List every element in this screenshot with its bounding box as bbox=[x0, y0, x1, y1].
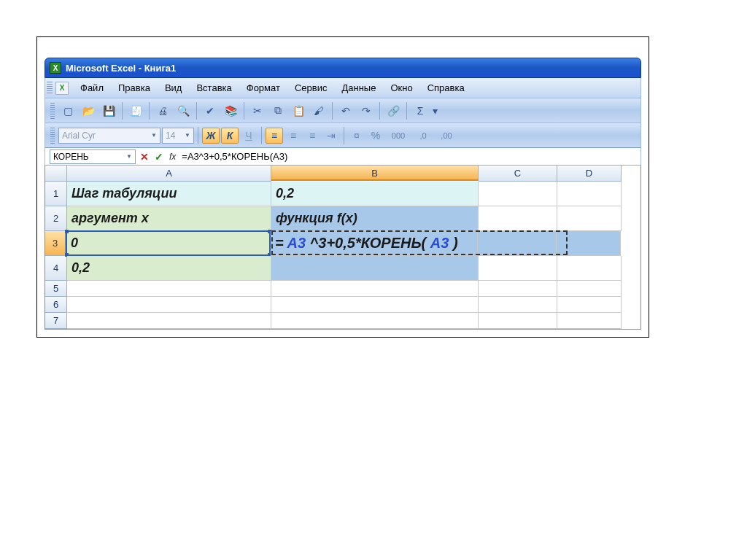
cell-c2[interactable] bbox=[479, 206, 557, 231]
cell-b1[interactable]: 0,2 bbox=[271, 182, 479, 206]
spreadsheet: A B C D 1 Шаг табуляции 0,2 2 аргумент x… bbox=[44, 166, 641, 330]
menu-view[interactable]: Вид bbox=[158, 80, 190, 96]
chevron-down-icon: ▼ bbox=[185, 132, 190, 139]
autosum-button[interactable]: Σ bbox=[411, 101, 430, 120]
currency-button[interactable]: ¤ bbox=[348, 128, 365, 144]
font-size-value: 14 bbox=[166, 131, 175, 141]
row-head-7[interactable]: 7 bbox=[45, 313, 67, 329]
menu-edit[interactable]: Правка bbox=[111, 80, 158, 96]
align-right-button[interactable]: ≡ bbox=[303, 128, 321, 144]
formula-bar: КОРЕНЬ ▼ ✕ ✓ fx bbox=[44, 148, 641, 166]
cell-c7[interactable] bbox=[479, 313, 557, 329]
cell-a2[interactable]: аргумент x bbox=[67, 206, 271, 231]
cell-a6[interactable] bbox=[67, 297, 271, 313]
separator bbox=[379, 102, 380, 120]
row-head-4[interactable]: 4 bbox=[45, 256, 67, 281]
col-head-b[interactable]: B bbox=[271, 166, 479, 181]
align-left-button[interactable]: ≡ bbox=[266, 128, 283, 144]
align-center-button[interactable]: ≡ bbox=[285, 128, 302, 144]
permission-button[interactable]: 🧾 bbox=[126, 101, 145, 120]
cell-d1[interactable] bbox=[557, 182, 622, 206]
menu-window[interactable]: Окно bbox=[383, 80, 419, 96]
window-title: Microsoft Excel - Книга1 bbox=[66, 63, 176, 74]
cell-b2[interactable]: функция f(x) bbox=[271, 206, 479, 231]
print-button[interactable]: 🖨 bbox=[153, 101, 172, 120]
fx-icon[interactable]: fx bbox=[166, 152, 179, 162]
cell-d7[interactable] bbox=[557, 313, 622, 329]
row-head-6[interactable]: 6 bbox=[45, 297, 67, 313]
menu-file[interactable]: Файл bbox=[73, 80, 111, 96]
print-preview-button[interactable]: 🔍 bbox=[174, 101, 193, 120]
chevron-down-icon: ▼ bbox=[126, 153, 132, 160]
editing-cell-border bbox=[271, 230, 568, 255]
workbook-icon[interactable]: X bbox=[55, 82, 69, 95]
grip-icon bbox=[47, 82, 53, 95]
underline-button[interactable]: Ч bbox=[240, 128, 258, 144]
cell-c5[interactable] bbox=[479, 281, 557, 297]
cut-button[interactable]: ✂ bbox=[248, 101, 267, 120]
cell-b7[interactable] bbox=[271, 313, 479, 329]
new-button[interactable]: ▢ bbox=[58, 101, 77, 120]
save-button[interactable]: 💾 bbox=[99, 101, 118, 120]
font-name-value: Arial Cyr bbox=[62, 131, 96, 141]
select-all-corner[interactable] bbox=[45, 166, 67, 182]
separator bbox=[261, 127, 262, 144]
cell-d4[interactable] bbox=[557, 256, 622, 281]
menu-format[interactable]: Формат bbox=[239, 80, 287, 96]
italic-button[interactable]: К bbox=[221, 128, 239, 144]
bold-button[interactable]: Ж bbox=[202, 128, 220, 144]
menu-help[interactable]: Справка bbox=[420, 80, 472, 96]
formula-input[interactable] bbox=[179, 149, 640, 164]
menu-data[interactable]: Данные bbox=[334, 80, 383, 96]
cell-a3[interactable]: 0 bbox=[66, 231, 271, 256]
menu-insert[interactable]: Вставка bbox=[189, 80, 239, 96]
grip-icon bbox=[50, 103, 55, 119]
redo-button[interactable]: ↷ bbox=[357, 101, 376, 120]
cell-b5[interactable] bbox=[271, 281, 479, 297]
copy-button[interactable]: ⧉ bbox=[268, 101, 287, 120]
font-name-combo[interactable]: Arial Cyr ▼ bbox=[58, 128, 160, 144]
cell-b4[interactable] bbox=[271, 256, 479, 281]
col-head-a[interactable]: A bbox=[67, 166, 271, 182]
row-head-2[interactable]: 2 bbox=[45, 206, 67, 231]
thousands-button[interactable]: 000 bbox=[386, 128, 411, 144]
decrease-decimal-button[interactable]: ,00 bbox=[436, 128, 457, 144]
undo-button[interactable]: ↶ bbox=[336, 101, 355, 120]
increase-decimal-button[interactable]: ,0 bbox=[412, 128, 434, 144]
col-head-c[interactable]: C bbox=[479, 166, 557, 182]
standard-toolbar: ▢ 📂 💾 🧾 🖨 🔍 ✔ 📚 ✂ ⧉ 📋 🖌 ↶ ↷ 🔗 Σ ▾ bbox=[44, 98, 641, 123]
cell-c4[interactable] bbox=[479, 256, 557, 281]
cell-d5[interactable] bbox=[557, 281, 622, 297]
cell-c1[interactable] bbox=[479, 182, 557, 206]
row-head-5[interactable]: 5 bbox=[45, 281, 67, 297]
excel-logo-icon: X bbox=[50, 62, 61, 74]
separator bbox=[198, 127, 198, 144]
cell-a5[interactable] bbox=[67, 281, 271, 297]
menu-tools[interactable]: Сервис bbox=[287, 80, 335, 96]
autosum-dropdown[interactable]: ▾ bbox=[431, 101, 438, 120]
col-head-d[interactable]: D bbox=[557, 166, 622, 182]
hyperlink-button[interactable]: 🔗 bbox=[384, 101, 403, 120]
enter-button[interactable]: ✓ bbox=[152, 151, 166, 163]
cell-a4[interactable]: 0,2 bbox=[67, 256, 271, 281]
paste-button[interactable]: 📋 bbox=[289, 101, 308, 120]
open-button[interactable]: 📂 bbox=[79, 101, 98, 120]
format-painter-button[interactable]: 🖌 bbox=[309, 101, 328, 120]
cell-a1[interactable]: Шаг табуляции bbox=[67, 182, 271, 206]
separator bbox=[196, 102, 197, 120]
cell-a7[interactable] bbox=[67, 313, 271, 329]
cell-b6[interactable] bbox=[271, 297, 479, 313]
spellcheck-button[interactable]: ✔ bbox=[201, 101, 220, 120]
percent-button[interactable]: % bbox=[367, 128, 384, 144]
font-size-combo[interactable]: 14 ▼ bbox=[162, 128, 194, 144]
name-box-value: КОРЕНЬ bbox=[53, 152, 89, 162]
cell-c6[interactable] bbox=[479, 297, 557, 313]
row-head-1[interactable]: 1 bbox=[45, 182, 67, 206]
name-box[interactable]: КОРЕНЬ ▼ bbox=[50, 149, 136, 164]
research-button[interactable]: 📚 bbox=[221, 101, 240, 120]
row-head-3[interactable]: 3 bbox=[45, 231, 66, 256]
cancel-button[interactable]: ✕ bbox=[137, 151, 152, 163]
merge-center-button[interactable]: ⇥ bbox=[322, 128, 340, 144]
cell-d6[interactable] bbox=[557, 297, 622, 313]
cell-d2[interactable] bbox=[557, 206, 622, 231]
